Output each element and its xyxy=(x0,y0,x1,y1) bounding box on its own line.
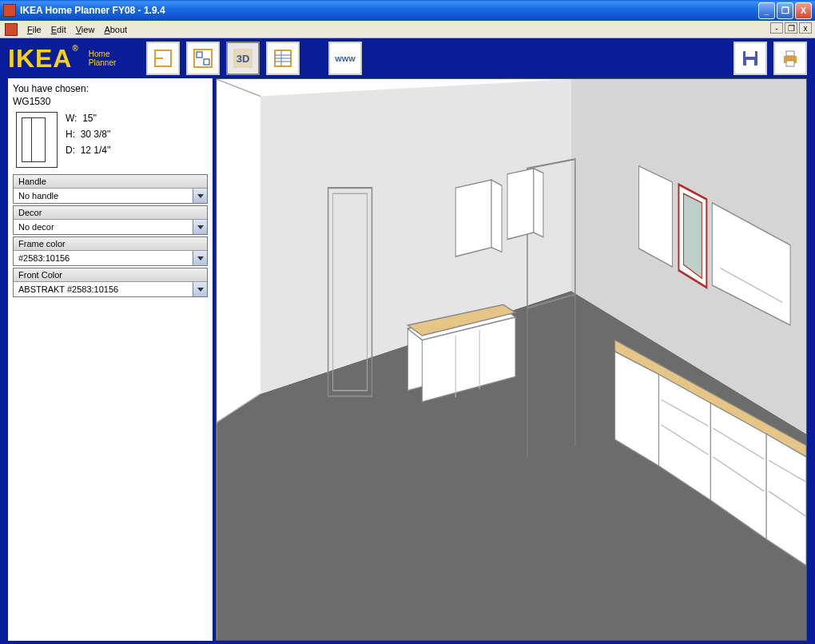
close-button[interactable]: X xyxy=(795,2,812,19)
maximize-button[interactable]: ❐ xyxy=(777,2,793,19)
minimize-button[interactable]: _ xyxy=(758,2,775,19)
properties-panel: You have chosen: WG1530 W: 15'' H: 30 3/… xyxy=(8,78,213,641)
svg-line-22 xyxy=(217,79,260,96)
window-title: IKEA Home Planner FY08 - 1.9.4 xyxy=(20,5,758,16)
window-titlebar: IKEA Home Planner FY08 - 1.9.4 _ ❐ X xyxy=(0,0,815,21)
app-icon xyxy=(3,4,16,17)
tool-3d-button[interactable]: 3D xyxy=(226,42,260,75)
menubar: File Edit View About - ❐ x xyxy=(0,21,815,38)
svg-rect-15 xyxy=(746,60,754,66)
decor-label: Decor xyxy=(14,206,207,220)
menu-about[interactable]: About xyxy=(99,23,132,36)
app-icon-small xyxy=(5,23,18,36)
svg-text:WWW: WWW xyxy=(336,55,356,63)
mdi-restore-button[interactable]: ❐ xyxy=(785,22,797,34)
svg-rect-17 xyxy=(786,51,794,56)
frame-color-label: Frame color xyxy=(14,237,207,251)
app-body: IKEA® HomePlanner 3D WWW xyxy=(0,38,815,644)
svg-marker-36 xyxy=(455,180,491,256)
svg-marker-42 xyxy=(683,193,702,278)
chevron-down-icon[interactable] xyxy=(193,251,207,265)
chevron-down-icon[interactable] xyxy=(193,189,207,203)
logo-caption: HomePlanner xyxy=(89,50,116,67)
chosen-dimensions: W: 15'' H: 30 3/8'' D: 12 1/4'' xyxy=(66,110,111,158)
3d-viewport[interactable] xyxy=(216,78,807,641)
svg-marker-38 xyxy=(507,169,534,240)
print-button[interactable] xyxy=(773,42,807,75)
frame-color-dropdown[interactable]: Frame color #2583:10156 xyxy=(13,237,208,266)
svg-marker-37 xyxy=(491,180,502,252)
menu-edit[interactable]: Edit xyxy=(46,23,71,36)
chosen-thumbnail xyxy=(16,112,58,168)
tool-www-button[interactable]: WWW xyxy=(328,42,362,75)
svg-text:3D: 3D xyxy=(237,53,250,65)
svg-rect-4 xyxy=(204,59,209,65)
menu-view[interactable]: View xyxy=(71,23,100,36)
svg-rect-3 xyxy=(197,52,202,58)
front-color-label: Front Color xyxy=(14,268,207,282)
svg-rect-18 xyxy=(786,61,794,66)
chosen-label: You have chosen: xyxy=(13,83,208,94)
chosen-product-code: WG1530 xyxy=(13,96,208,107)
tool-room-button[interactable] xyxy=(146,42,180,75)
tool-list-button[interactable] xyxy=(266,42,300,75)
mdi-minimize-button[interactable]: - xyxy=(770,22,783,34)
save-button[interactable] xyxy=(734,42,767,75)
app-toolbar: IKEA® HomePlanner 3D WWW xyxy=(0,38,815,78)
handle-dropdown[interactable]: Handle No handle xyxy=(13,174,208,204)
menu-file[interactable]: File xyxy=(22,23,46,36)
decor-dropdown[interactable]: Decor No decor xyxy=(13,205,208,235)
svg-marker-40 xyxy=(639,166,673,267)
handle-label: Handle xyxy=(14,175,207,189)
chevron-down-icon[interactable] xyxy=(193,282,207,296)
svg-marker-39 xyxy=(534,169,543,237)
ikea-logo: IKEA® xyxy=(8,44,79,74)
svg-rect-14 xyxy=(745,51,755,57)
tool-plan-button[interactable] xyxy=(186,42,220,75)
mdi-close-button[interactable]: x xyxy=(799,22,812,34)
chevron-down-icon[interactable] xyxy=(193,220,207,234)
front-color-dropdown[interactable]: Front Color ABSTRAKT #2583:10156 xyxy=(13,268,208,297)
